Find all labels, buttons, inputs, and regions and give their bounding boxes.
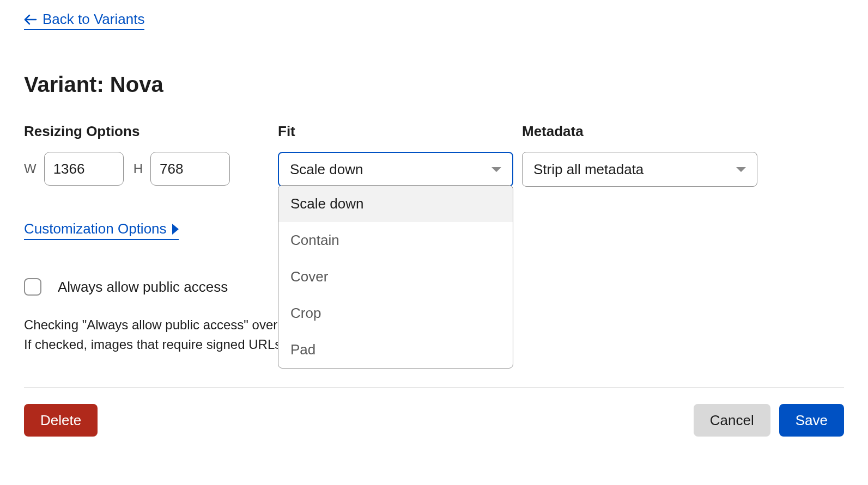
page-title: Variant: Nova bbox=[24, 72, 844, 97]
width-input[interactable] bbox=[44, 152, 124, 186]
footer-divider bbox=[24, 387, 844, 388]
dimension-group: W H bbox=[24, 152, 269, 186]
metadata-select[interactable]: Strip all metadata bbox=[522, 152, 757, 187]
fit-option-contain[interactable]: Contain bbox=[278, 222, 513, 259]
fit-option-cover[interactable]: Cover bbox=[278, 259, 513, 295]
fit-option-pad[interactable]: Pad bbox=[278, 331, 513, 368]
chevron-down-icon bbox=[491, 167, 501, 172]
height-input[interactable] bbox=[150, 152, 230, 186]
form-row: Resizing Options W H Fit Scale down Scal… bbox=[24, 123, 844, 187]
chevron-down-icon bbox=[736, 167, 746, 172]
fit-section: Fit Scale down Scale down Contain Cover … bbox=[278, 123, 513, 187]
footer-right-group: Cancel Save bbox=[694, 404, 844, 437]
fit-option-scale-down[interactable]: Scale down bbox=[278, 186, 513, 222]
chevron-right-icon bbox=[172, 224, 179, 235]
customization-options-label: Customization Options bbox=[24, 220, 167, 237]
fit-select[interactable]: Scale down bbox=[278, 152, 513, 187]
fit-option-crop[interactable]: Crop bbox=[278, 295, 513, 331]
back-link-label: Back to Variants bbox=[43, 11, 144, 28]
public-access-label: Always allow public access bbox=[58, 279, 228, 296]
cancel-button[interactable]: Cancel bbox=[694, 404, 770, 437]
fit-selected-value: Scale down bbox=[290, 161, 363, 178]
width-pair: W bbox=[24, 152, 124, 186]
width-letter: W bbox=[24, 161, 37, 176]
resizing-label: Resizing Options bbox=[24, 123, 269, 140]
metadata-section: Metadata Strip all metadata bbox=[522, 123, 757, 187]
save-button[interactable]: Save bbox=[779, 404, 844, 437]
metadata-label: Metadata bbox=[522, 123, 757, 140]
public-access-checkbox[interactable] bbox=[24, 278, 41, 296]
customization-options-link[interactable]: Customization Options bbox=[24, 220, 179, 240]
delete-button[interactable]: Delete bbox=[24, 404, 98, 437]
height-pair: H bbox=[133, 152, 230, 186]
back-to-variants-link[interactable]: Back to Variants bbox=[24, 11, 144, 30]
fit-dropdown-panel: Scale down Contain Cover Crop Pad bbox=[278, 185, 513, 369]
fit-label: Fit bbox=[278, 123, 513, 140]
arrow-left-icon bbox=[24, 13, 37, 26]
resizing-section: Resizing Options W H bbox=[24, 123, 269, 186]
footer-row: Delete Cancel Save bbox=[24, 404, 844, 437]
metadata-selected-value: Strip all metadata bbox=[533, 161, 644, 178]
height-letter: H bbox=[133, 161, 143, 176]
